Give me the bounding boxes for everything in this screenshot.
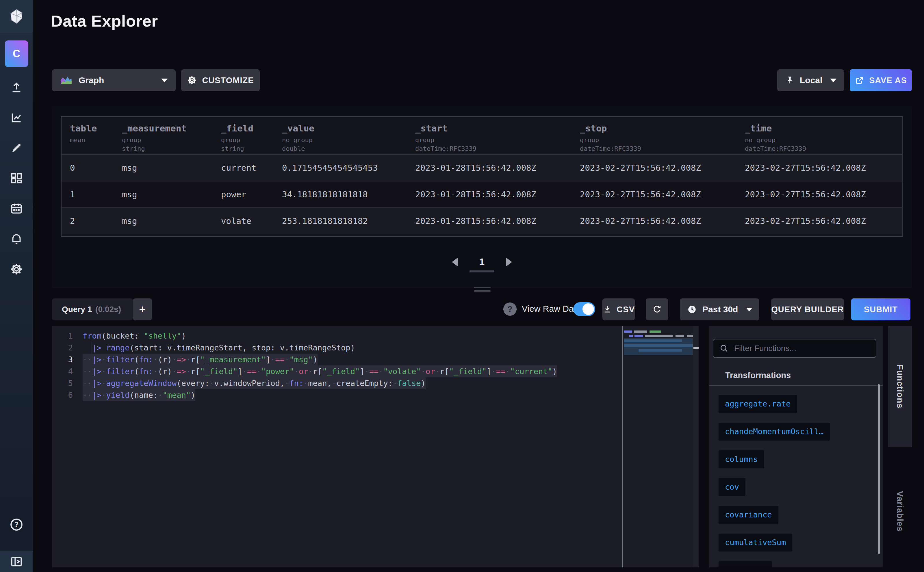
page-number: 1 — [479, 256, 485, 267]
sidebar-item-settings[interactable] — [0, 255, 33, 283]
query-builder-label: QUERY BUILDER — [771, 305, 844, 314]
code-text: ··|>·aggregateWindow(every:·v.windowPeri… — [82, 377, 426, 389]
alerts-icon — [10, 232, 23, 246]
function-item[interactable]: covariance — [719, 506, 778, 524]
function-item[interactable]: aggregate.rate — [719, 395, 797, 413]
filter-functions-searchbox[interactable] — [713, 339, 876, 358]
csv-download-button[interactable]: CSV — [602, 298, 635, 320]
resize-handle[interactable] — [474, 287, 491, 294]
refresh-button[interactable] — [646, 298, 668, 320]
line-number: 1 — [52, 330, 73, 342]
code-line[interactable]: 1from(bucket: "shelly") — [52, 330, 699, 342]
table-cell: current — [221, 163, 282, 173]
next-page-icon[interactable] — [506, 258, 513, 266]
column-header-_value: _valueno group double — [282, 123, 415, 154]
table-cell: 34.18181818181818 — [282, 190, 415, 199]
table-header-row: tablemean_measurementgroup string_fieldg… — [62, 117, 902, 154]
graph-icon — [10, 111, 23, 124]
code-line[interactable]: 3··|>·filter(fn:·(r)·=>·r["_measurement"… — [52, 354, 699, 365]
sidebar-item-data-explorer[interactable] — [0, 104, 33, 131]
query-tab-time: (0.02s) — [95, 305, 121, 314]
sidebar-item-load-data[interactable] — [0, 73, 33, 101]
notebook-icon — [10, 141, 23, 155]
table-row[interactable]: 2msgvolate253.18181818181822023-01-28T15… — [62, 207, 902, 234]
table-row[interactable]: 0msgcurrent0.171545454545454532023-01-28… — [62, 154, 902, 181]
code-line[interactable]: 6··|>·yield(name:·"mean") — [52, 389, 699, 401]
table-cell: 2023-01-28T15:56:42.008Z — [415, 163, 580, 173]
sidebar-item-tasks[interactable] — [0, 195, 33, 222]
functions-scrollbar[interactable] — [878, 384, 880, 554]
settings-icon — [10, 263, 23, 276]
sidebar-expand-button[interactable] — [0, 551, 33, 572]
submit-button[interactable]: SUBMIT — [851, 298, 910, 320]
customize-button[interactable]: CUSTOMIZE — [181, 69, 260, 91]
table-cell: msg — [122, 216, 221, 226]
sidebar-item-dashboards[interactable] — [0, 165, 33, 192]
toggle-knob — [582, 303, 594, 315]
editor-minimap[interactable] — [624, 326, 693, 567]
table-cell: 253.1818181818182 — [282, 216, 415, 226]
csv-label: CSV — [617, 305, 635, 314]
sidebar-item-alerts[interactable] — [0, 225, 33, 253]
transformations-header: Transformations — [725, 371, 791, 380]
raw-data-help-icon[interactable]: ? — [503, 303, 516, 316]
influxdb-logo[interactable] — [0, 0, 33, 33]
graph-type-dropdown[interactable]: Graph — [52, 69, 176, 91]
results-panel: tablemean_measurementgroup string_fieldg… — [52, 106, 912, 288]
add-query-button[interactable]: + — [133, 298, 152, 320]
area-chart-icon — [60, 75, 72, 85]
save-as-label: SAVE AS — [869, 76, 907, 85]
download-icon — [602, 305, 612, 314]
table-cell: 2023-01-28T15:56:42.008Z — [415, 190, 580, 199]
function-item[interactable]: cov — [719, 478, 745, 496]
section-divider — [709, 385, 883, 385]
function-item[interactable]: cumulativeSum — [719, 533, 792, 552]
editor-scrollbar[interactable] — [693, 326, 699, 567]
table-row[interactable]: 1msgpower34.181818181818182023-01-28T15:… — [62, 181, 902, 207]
view-raw-data-toggle[interactable] — [573, 302, 595, 316]
code-line[interactable]: 4··|>·filter(fn:·(r)·=>·r["_field"]·==·"… — [52, 365, 699, 377]
upload-icon — [10, 81, 23, 94]
graph-type-label: Graph — [79, 75, 104, 85]
editor-divider[interactable] — [622, 326, 623, 567]
function-item[interactable] — [719, 561, 772, 567]
local-dropdown[interactable]: Local — [777, 69, 844, 91]
code-text: ··|>·filter(fn:·(r)·=>·r["_field"]·==·"p… — [82, 365, 557, 377]
gear-icon — [187, 75, 197, 85]
search-input[interactable] — [734, 344, 870, 353]
flux-editor[interactable]: 1from(bucket: "shelly")2 |> range(start:… — [52, 326, 699, 567]
query-builder-button[interactable]: QUERY BUILDER — [771, 298, 844, 320]
page-indicator — [470, 270, 495, 272]
table-cell: 2023-02-27T15:56:42.008Z — [745, 163, 902, 173]
tab-functions[interactable]: Functions — [888, 326, 912, 447]
page-title: Data Explorer — [51, 12, 158, 30]
time-range-dropdown[interactable]: Past 30d — [680, 298, 759, 320]
function-item[interactable]: chandeMomentumOscill… — [719, 423, 830, 441]
function-item[interactable]: columns — [719, 451, 764, 468]
save-as-button[interactable]: SAVE AS — [850, 69, 912, 91]
table-cell: msg — [122, 163, 221, 173]
help-button[interactable]: ? — [0, 511, 33, 538]
query-tab[interactable]: Query 1 (0.02s) — [52, 298, 133, 320]
sidebar: C ? — [0, 0, 33, 572]
table-cell: 2023-01-28T15:56:42.008Z — [415, 216, 580, 226]
customize-label: CUSTOMIZE — [202, 76, 254, 85]
table-cell: power — [221, 190, 282, 199]
query-tab-label: Query 1 — [62, 305, 92, 314]
line-number: 4 — [52, 365, 73, 377]
avatar[interactable]: C — [5, 40, 28, 67]
functions-panel: Transformations aggregate.ratechandeMome… — [709, 326, 883, 567]
column-header-_measurement: _measurementgroup string — [122, 123, 221, 154]
svg-text:?: ? — [14, 521, 19, 529]
pagination: 1 — [52, 256, 912, 267]
code-line[interactable]: 2 |> range(start: v.timeRangeStart, stop… — [52, 342, 699, 354]
line-number: 2 — [52, 342, 73, 354]
tab-variables[interactable]: Variables — [888, 474, 912, 549]
code-line[interactable]: 5··|>·aggregateWindow(every:·v.windowPer… — [52, 377, 699, 389]
search-icon — [719, 344, 729, 353]
functions-tab-label: Functions — [895, 365, 905, 409]
tasks-icon — [10, 202, 23, 215]
view-raw-data-label: View Raw Data — [522, 304, 581, 314]
sidebar-item-notebooks[interactable] — [0, 134, 33, 162]
prev-page-icon[interactable] — [451, 258, 459, 266]
